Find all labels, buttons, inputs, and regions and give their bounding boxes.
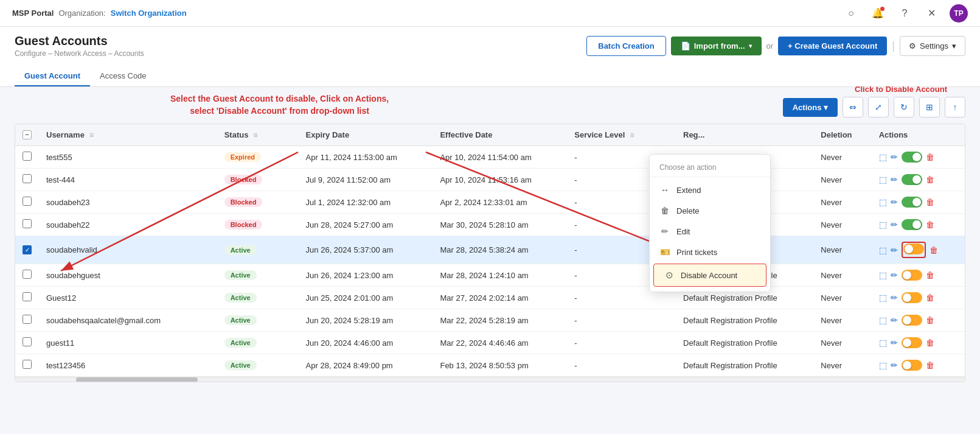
actions-button[interactable]: Actions ▾ [783,98,838,117]
expand-row-icon[interactable]: ⬚ [879,360,887,370]
avatar[interactable]: TP [950,4,968,23]
header-checkbox[interactable] [23,130,32,139]
switch-org-link[interactable]: Switch Organization [111,9,187,18]
tab-guest-account[interactable]: Guest Account [15,66,90,86]
delete-row-icon[interactable]: 🗑 [926,152,934,162]
tab-access-code[interactable]: Access Code [90,66,156,86]
cell-deletion: Never [813,354,871,377]
bell-icon[interactable]: 🔔 [869,5,886,22]
toggle-active[interactable] [903,243,924,254]
upload-icon-btn[interactable]: ↑ [945,97,965,117]
edit-row-icon[interactable]: ✏ [891,220,898,229]
delete-row-icon[interactable]: 🗑 [926,220,934,229]
cell-status: Blocked [217,214,284,236]
row-checkbox[interactable] [23,270,32,279]
expand-row-icon[interactable]: ⬚ [879,175,887,184]
expand-row-icon[interactable]: ⬚ [879,338,887,348]
delete-row-icon[interactable]: 🗑 [930,245,938,255]
title-area: Guest Accounts Configure – Network Acces… [15,34,144,58]
expand-row-icon[interactable]: ⬚ [879,197,887,207]
scroll-thumb[interactable] [76,377,198,382]
delete-row-icon[interactable]: 🗑 [926,293,934,303]
username-filter-icon[interactable]: ≡ [89,131,94,139]
row-checkbox[interactable] [23,152,32,161]
create-guest-account-button[interactable]: + Create Guest Account [778,37,887,55]
row-checkbox[interactable] [23,360,32,369]
toggle-active[interactable] [902,174,922,185]
edit-row-icon[interactable]: ✏ [891,293,898,303]
dropdown-header: Choose an action [650,158,770,177]
toggle-active[interactable] [902,360,922,371]
expand-row-icon[interactable]: ⬚ [879,315,887,325]
cell-service: - [567,191,661,214]
delete-row-icon[interactable]: 🗑 [926,197,934,207]
cell-username: test123456 [39,354,203,377]
import-button[interactable]: 📄 Import from... ▾ [671,37,762,55]
cell-actions: ⬚✏🗑 [872,236,965,264]
expand-icon-btn[interactable]: ⤢ [868,97,889,117]
edit-row-icon[interactable]: ✏ [891,197,898,207]
edit-row-icon[interactable]: ✏ [891,175,898,184]
dropdown-delete[interactable]: 🗑 Delete [650,200,770,221]
close-icon[interactable]: ✕ [923,5,940,22]
delete-row-icon[interactable]: 🗑 [926,338,934,348]
expand-row-icon[interactable]: ⬚ [879,220,887,229]
service-filter-icon[interactable]: ≡ [630,131,634,139]
edit-row-icon[interactable]: ✏ [891,270,898,280]
scroll-area[interactable] [15,377,965,382]
settings-button[interactable]: ⚙ Settings ▾ [900,36,965,56]
delete-row-icon[interactable]: 🗑 [926,360,934,370]
cell-reg: Default Registration Profile [676,332,813,354]
dropdown-print[interactable]: 🎫 Print tickets [650,242,770,262]
toggle-active[interactable] [902,152,922,163]
row-checkbox[interactable] [23,219,32,228]
toggle-active[interactable] [902,315,922,326]
row-checkbox[interactable] [23,174,32,183]
dropdown-edit[interactable]: ✏ Edit [650,221,770,242]
search-icon[interactable]: ○ [843,5,860,22]
edit-row-icon[interactable]: ✏ [891,315,898,325]
app-name: MSP Portal [12,9,54,18]
columns-icon-btn[interactable]: ⊞ [919,97,940,117]
expand-row-icon[interactable]: ⬚ [879,293,887,303]
batch-creation-button[interactable]: Batch Creation [586,36,665,56]
help-icon[interactable]: ? [896,5,913,22]
cell-effective: Mar 28, 2024 1:24:10 am [433,264,567,287]
import-label: Import from... [694,41,745,51]
row-checkbox[interactable] [23,315,32,324]
edit-row-icon[interactable]: ✏ [891,152,898,162]
expand-row-icon[interactable]: ⬚ [879,270,887,280]
status-filter-icon[interactable]: ≡ [253,131,257,139]
col-effective: Effective Date [433,124,567,146]
toggle-active[interactable] [902,270,922,281]
dropdown-disable[interactable]: ⊙ Disable Account [653,264,766,287]
delete-row-icon[interactable]: 🗑 [926,315,934,325]
row-checkbox[interactable] [23,292,32,301]
cell-expiry: Apr 28, 2024 8:49:00 pm [299,354,433,377]
row-checkbox[interactable] [23,337,32,346]
cell-username: soudabehsqaalcatel@gmail.com [39,309,203,332]
toggle-active[interactable] [902,337,922,348]
top-nav-right: ○ 🔔 ? ✕ TP [843,4,968,23]
delete-row-icon[interactable]: 🗑 [926,175,934,184]
expand-row-icon[interactable]: ⬚ [879,152,887,162]
cell-status: Active [217,309,284,332]
cell-expiry: Jun 25, 2024 2:01:00 am [299,287,433,309]
edit-row-icon[interactable]: ✏ [891,338,898,348]
toggle-active[interactable] [902,219,922,230]
table-row: soudabehvalidActiveJun 26, 2024 5:37:00 … [15,236,965,264]
actions-label: Actions ▾ [793,103,828,112]
expand-row-icon[interactable]: ⬚ [879,245,887,255]
dropdown-extend[interactable]: ↔ Extend [650,180,770,200]
row-checkbox[interactable] [23,197,32,206]
refresh-icon-btn[interactable]: ↻ [894,97,914,117]
edit-row-icon[interactable]: ✏ [891,360,898,370]
cell-status: Active [217,332,284,354]
row-checkbox[interactable] [23,245,32,254]
toggle-active[interactable] [902,292,922,303]
delete-row-icon[interactable]: 🗑 [926,270,934,280]
toggle-active[interactable] [902,197,922,208]
edit-row-icon[interactable]: ✏ [891,245,898,255]
cell-actions: ⬚✏🗑 [872,309,965,332]
split-icon-btn[interactable]: ⇔ [843,97,863,117]
